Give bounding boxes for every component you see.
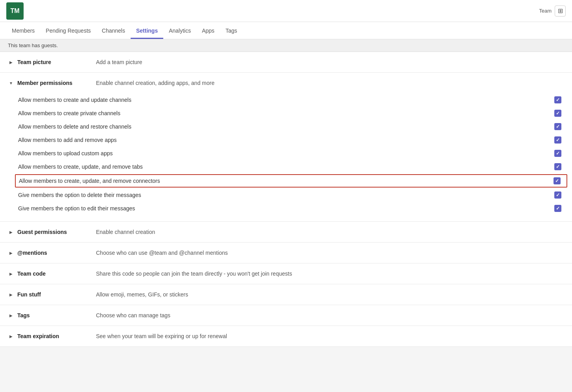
section-member-permissions-header[interactable]: ▼ Member permissions Enable channel crea… xyxy=(0,73,572,93)
checkbox-wrapper xyxy=(552,123,564,130)
tab-tags[interactable]: Tags xyxy=(220,24,243,39)
checkbox-wrapper xyxy=(552,163,564,170)
section-mentions-title: @mentions xyxy=(17,250,96,256)
section-mentions-desc: Choose who can use @team and @channel me… xyxy=(96,250,228,256)
section-tags-header[interactable]: ▶ Tags Choose who can manage tags xyxy=(0,305,572,326)
permission-label: Allow members to add and remove apps xyxy=(18,137,552,143)
app-header: TM Team ⊞ xyxy=(0,0,572,22)
section-team-expiration-header[interactable]: ▶ Team expiration See when your team wil… xyxy=(0,326,572,346)
checkbox-delete-restore-channels[interactable] xyxy=(554,123,561,130)
checkbox-delete-messages[interactable] xyxy=(554,191,561,199)
section-member-permissions-body: Allow members to create and update chann… xyxy=(0,93,572,221)
section-fun-stuff-header[interactable]: ▶ Fun stuff Allow emoji, memes, GIFs, or… xyxy=(0,284,572,305)
permission-upload-custom-apps: Allow members to upload custom apps xyxy=(18,147,564,160)
chevron-down-icon: ▼ xyxy=(8,80,14,86)
permission-label: Allow members to create and update chann… xyxy=(18,97,552,103)
team-label: Team xyxy=(539,8,552,14)
permission-label: Allow members to create, update, and rem… xyxy=(19,178,551,184)
permission-delete-messages: Give members the option to delete their … xyxy=(18,188,564,202)
guest-banner: This team has guests. xyxy=(0,39,572,52)
permission-add-remove-apps: Allow members to add and remove apps xyxy=(18,133,564,147)
permission-label: Give members the option to edit their me… xyxy=(18,205,552,212)
checkbox-wrapper xyxy=(552,136,564,144)
section-team-picture-header[interactable]: ▶ Team picture Add a team picture xyxy=(0,52,572,72)
section-guest-permissions-desc: Enable channel creation xyxy=(96,229,155,235)
chevron-right-icon: ▶ xyxy=(8,312,14,318)
permission-create-private-channels: Allow members to create private channels xyxy=(18,107,564,120)
section-team-code-title: Team code xyxy=(17,271,96,277)
permission-label: Allow members to create, update, and rem… xyxy=(18,164,552,170)
section-member-permissions: ▼ Member permissions Enable channel crea… xyxy=(0,73,572,222)
section-team-expiration: ▶ Team expiration See when your team wil… xyxy=(0,326,572,347)
chevron-right-icon: ▶ xyxy=(8,271,14,277)
checkbox-create-update-remove-connectors[interactable] xyxy=(554,177,561,184)
permission-create-update-remove-connectors: Allow members to create, update, and rem… xyxy=(15,174,567,188)
header-right: Team ⊞ xyxy=(539,6,566,17)
permission-label: Allow members to upload custom apps xyxy=(18,150,552,156)
checkbox-upload-custom-apps[interactable] xyxy=(554,150,561,157)
checkbox-wrapper xyxy=(551,177,563,184)
tab-apps[interactable]: Apps xyxy=(196,24,220,39)
permission-delete-restore-channels: Allow members to delete and restore chan… xyxy=(18,120,564,133)
permission-create-update-remove-tabs: Allow members to create, update, and rem… xyxy=(18,160,564,173)
tab-pending-requests[interactable]: Pending Requests xyxy=(40,24,96,39)
permission-edit-messages: Give members the option to edit their me… xyxy=(18,202,564,215)
checkbox-create-update-remove-tabs[interactable] xyxy=(554,163,561,170)
checkbox-wrapper xyxy=(552,96,564,103)
section-tags-desc: Choose who can manage tags xyxy=(96,312,170,318)
section-team-expiration-title: Team expiration xyxy=(17,333,96,339)
chevron-right-icon: ▶ xyxy=(8,229,14,235)
section-team-code-header[interactable]: ▶ Team code Share this code so people ca… xyxy=(0,263,572,284)
tab-settings[interactable]: Settings xyxy=(131,24,163,39)
section-member-permissions-title: Member permissions xyxy=(17,80,96,86)
chevron-right-icon: ▶ xyxy=(8,291,14,298)
avatar: TM xyxy=(6,2,24,20)
section-mentions-header[interactable]: ▶ @mentions Choose who can use @team and… xyxy=(0,243,572,263)
team-icon[interactable]: ⊞ xyxy=(555,6,566,17)
section-guest-permissions: ▶ Guest permissions Enable channel creat… xyxy=(0,222,572,243)
permission-label: Allow members to create private channels xyxy=(18,110,552,116)
section-fun-stuff: ▶ Fun stuff Allow emoji, memes, GIFs, or… xyxy=(0,284,572,305)
section-mentions: ▶ @mentions Choose who can use @team and… xyxy=(0,243,572,263)
section-team-code-desc: Share this code so people can join the t… xyxy=(96,271,292,277)
permission-create-update-channels: Allow members to create and update chann… xyxy=(18,93,564,107)
permission-label: Give members the option to delete their … xyxy=(18,192,552,198)
section-team-picture-desc: Add a team picture xyxy=(96,59,142,65)
checkbox-add-remove-apps[interactable] xyxy=(554,136,561,144)
settings-main: ▶ Team picture Add a team picture ▼ Memb… xyxy=(0,52,572,347)
tab-analytics[interactable]: Analytics xyxy=(163,24,196,39)
nav-tabs: Members Pending Requests Channels Settin… xyxy=(0,22,572,39)
section-tags: ▶ Tags Choose who can manage tags xyxy=(0,305,572,326)
checkbox-wrapper xyxy=(552,110,564,117)
section-team-picture: ▶ Team picture Add a team picture xyxy=(0,52,572,73)
section-team-expiration-desc: See when your team will be expiring or u… xyxy=(96,333,227,339)
section-guest-permissions-title: Guest permissions xyxy=(17,229,96,235)
section-member-permissions-desc: Enable channel creation, adding apps, an… xyxy=(96,80,214,86)
section-fun-stuff-desc: Allow emoji, memes, GIFs, or stickers xyxy=(96,291,188,298)
tab-members[interactable]: Members xyxy=(6,24,40,39)
checkbox-edit-messages[interactable] xyxy=(554,205,561,212)
checkbox-wrapper xyxy=(552,191,564,199)
chevron-right-icon: ▶ xyxy=(8,250,14,256)
checkbox-create-update-channels[interactable] xyxy=(554,96,561,103)
section-fun-stuff-title: Fun stuff xyxy=(17,291,96,298)
checkbox-create-private-channels[interactable] xyxy=(554,110,561,117)
checkbox-wrapper xyxy=(552,205,564,212)
section-tags-title: Tags xyxy=(17,312,96,318)
permission-label: Allow members to delete and restore chan… xyxy=(18,123,552,130)
tab-channels[interactable]: Channels xyxy=(96,24,131,39)
section-team-picture-title: Team picture xyxy=(17,59,96,65)
section-guest-permissions-header[interactable]: ▶ Guest permissions Enable channel creat… xyxy=(0,222,572,242)
section-team-code: ▶ Team code Share this code so people ca… xyxy=(0,263,572,284)
chevron-right-icon: ▶ xyxy=(8,59,14,65)
chevron-right-icon: ▶ xyxy=(8,333,14,339)
checkbox-wrapper xyxy=(552,150,564,157)
